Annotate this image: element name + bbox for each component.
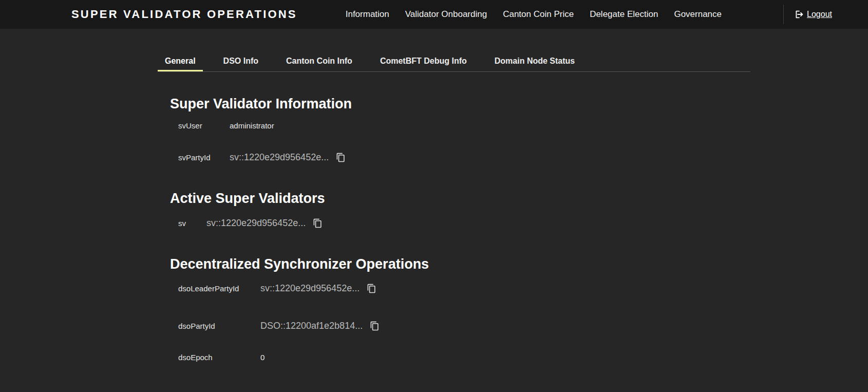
section-title-super-validator-information: Super Validator Information <box>170 96 735 112</box>
info-row-dsoepoch: dsoEpoch 0 <box>178 351 735 363</box>
app-logo: SUPER VALIDATOR OPERATIONS <box>71 8 297 21</box>
section-title-decentralized-synchronizer-operations: Decentralized Synchronizer Operations <box>170 256 735 272</box>
tab-canton-coin-info[interactable]: Canton Coin Info <box>279 51 360 71</box>
copy-icon <box>313 218 323 228</box>
row-value: administrator <box>230 121 274 130</box>
main-nav: Information Validator Onboarding Canton … <box>346 9 722 20</box>
info-row-svuser: svUser administrator <box>178 119 735 132</box>
copy-icon <box>336 153 346 162</box>
row-label: sv <box>178 219 206 228</box>
tab-general[interactable]: General <box>158 51 203 71</box>
row-label: dsoEpoch <box>178 353 260 362</box>
row-value: 0 <box>260 353 265 362</box>
copy-button[interactable] <box>367 284 376 293</box>
nav-item-governance[interactable]: Governance <box>674 9 722 20</box>
nav-item-delegate-election[interactable]: Delegate Election <box>590 9 658 20</box>
logout-icon <box>793 9 804 20</box>
header-divider <box>783 5 784 24</box>
row-label: dsoLeaderPartyId <box>178 284 260 293</box>
row-value: DSO::12200af1e2b814... <box>260 321 363 331</box>
tab-domain-node-status[interactable]: Domain Node Status <box>487 51 582 71</box>
general-tab-content: Super Validator Information svUser admin… <box>170 72 735 363</box>
copy-icon <box>370 321 380 331</box>
copy-button[interactable] <box>336 153 346 162</box>
row-label: dsoPartyId <box>178 322 260 330</box>
copy-icon <box>367 284 376 293</box>
tab-cometbft-debug-info[interactable]: CometBFT Debug Info <box>373 51 474 71</box>
info-row-sv: sv sv::1220e29d956452e... <box>178 216 735 230</box>
row-label: svUser <box>178 121 230 130</box>
copy-button[interactable] <box>370 321 380 331</box>
nav-item-canton-coin-price[interactable]: Canton Coin Price <box>503 9 574 20</box>
row-value: sv::1220e29d956452e... <box>260 283 360 294</box>
row-value: sv::1220e29d956452e... <box>206 218 306 229</box>
logout-label: Logout <box>807 10 832 19</box>
logout-button[interactable]: Logout <box>793 9 832 20</box>
row-value: sv::1220e29d956452e... <box>230 152 329 163</box>
tab-dso-info[interactable]: DSO Info <box>216 51 266 71</box>
nav-item-information[interactable]: Information <box>346 9 389 20</box>
info-tabbar: General DSO Info Canton Coin Info CometB… <box>158 51 750 72</box>
copy-button[interactable] <box>313 218 323 228</box>
info-row-dsopartyid: dsoPartyId DSO::12200af1e2b814... <box>178 319 735 333</box>
info-row-dsoleaderpartyid: dsoLeaderPartyId sv::1220e29d956452e... <box>178 281 735 295</box>
row-label: svPartyId <box>178 153 230 162</box>
info-row-svpartyid: svPartyId sv::1220e29d956452e... <box>178 150 735 164</box>
app-header: SUPER VALIDATOR OPERATIONS Information V… <box>0 0 868 29</box>
section-title-active-super-validators: Active Super Validators <box>170 190 735 207</box>
nav-item-validator-onboarding[interactable]: Validator Onboarding <box>405 9 487 20</box>
